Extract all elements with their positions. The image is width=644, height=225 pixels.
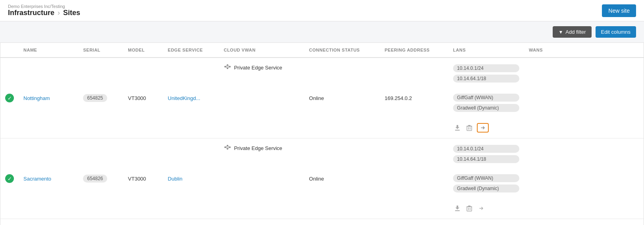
actions-cell: [448, 198, 524, 219]
lans-cell: 10.14.0.1/2410.14.64.1/18: [448, 139, 524, 169]
status-cell: ✓: [0, 58, 19, 138]
site-name-link[interactable]: Sacramento: [23, 176, 51, 182]
edit-columns-button[interactable]: Edit columns: [596, 26, 636, 38]
wan-badge: GiffGaff (WWAN): [453, 174, 519, 182]
lans-cell: 10.14.0.1/2410.14.64.1/18: [448, 59, 524, 88]
svg-rect-22: [455, 210, 460, 211]
lan-badge: 10.14.64.1/18: [453, 155, 519, 163]
table-row: ✓SanJose845691T900BUnitedStates Private …: [0, 219, 644, 225]
table-row: ✓Nottingham654825VT3000UnitedKingd... Pr…: [0, 58, 644, 138]
sites-table: NAME SERIAL MODEL EDGE SERVICE CLOUD VWA…: [0, 43, 644, 225]
svg-line-18: [228, 146, 230, 147]
cloud-vwan-cell: Private Edge Service: [219, 138, 304, 158]
svg-line-5: [228, 65, 230, 67]
model-cell: VT3000: [123, 58, 163, 138]
status-icon: ✓: [5, 174, 14, 183]
lan-badge: 10.14.0.1/24: [453, 64, 519, 72]
name-cell: Nottingham: [19, 58, 78, 138]
svg-line-7: [225, 67, 228, 68]
svg-rect-9: [455, 130, 460, 131]
peering-address-cell: [380, 138, 448, 219]
new-site-button[interactable]: New site: [602, 4, 636, 17]
edge-service-cell: UnitedStates: [163, 219, 219, 225]
edge-service-cell: Dublin: [163, 138, 219, 219]
wan-badge: Gradwell (Dynamic): [453, 185, 519, 192]
status-cell: ✓: [0, 138, 19, 219]
col-header-lans: LANS: [448, 43, 524, 58]
svg-line-19: [228, 147, 230, 149]
col-header-name: NAME: [19, 43, 78, 58]
breadcrumb-area: Demo Enterprises Inc/Testing Infrastruct…: [8, 4, 80, 17]
serial-badge: 654825: [83, 94, 107, 102]
filter-icon: ▼: [558, 29, 563, 35]
status-cell: ✓: [0, 219, 19, 225]
model-cell: T900B: [123, 219, 163, 225]
table-header-row: NAME SERIAL MODEL EDGE SERVICE CLOUD VWA…: [0, 43, 644, 58]
svg-line-6: [228, 67, 230, 68]
col-header-cloud-vwan: CLOUD VWAN: [219, 43, 304, 58]
col-header-serial: SERIAL: [78, 43, 123, 58]
edge-service-cell: UnitedKingd...: [163, 58, 219, 138]
wan-badge: Gradwell (Dynamic): [453, 104, 519, 112]
download-button[interactable]: [453, 204, 462, 213]
toolbar: ▼ Add filter Edit columns: [0, 21, 644, 42]
connection-status-cell: Online: [304, 58, 380, 138]
svg-line-4: [225, 65, 228, 67]
col-header-wans: WANS: [524, 43, 604, 58]
connection-status-cell: Online: [304, 138, 380, 219]
cloud-vwan-icon: [224, 144, 231, 152]
download-button[interactable]: [453, 123, 462, 133]
wans-cell: GiffGaff (WWAN)Gradwell (Dynamic): [448, 88, 524, 117]
serial-cell: 654826: [78, 138, 123, 219]
edge-service-link[interactable]: Dublin: [168, 176, 183, 182]
lans-cell: 10.14.0.1/2410.14.64.1/18: [448, 220, 524, 225]
top-bar: Demo Enterprises Inc/Testing Infrastruct…: [0, 0, 644, 21]
col-header-model: MODEL: [123, 43, 163, 58]
wans-cell: GiffGaff (WWAN)Gradwell (Dynamic): [448, 169, 524, 198]
lan-badge: 10.14.0.1/24: [453, 145, 519, 153]
serial-badge: 654826: [83, 175, 107, 183]
col-header-actions: [604, 43, 644, 58]
breadcrumb: Infrastructure › Sites: [8, 9, 80, 17]
connection-status-cell: Online: [304, 219, 380, 225]
cloud-vwan-text: Private Edge Service: [234, 65, 282, 71]
table-row: ✓Sacramento654826VT3000Dublin Private Ed…: [0, 138, 644, 219]
svg-rect-12: [467, 126, 472, 127]
name-cell: Sacramento: [19, 138, 78, 219]
cloud-vwan-cell: Private Edge Service: [219, 219, 304, 225]
cloud-vwan-cell: Private Edge Service: [219, 58, 304, 77]
col-header-connection-status: CONNECTION STATUS: [304, 43, 380, 58]
site-name-link[interactable]: Nottingham: [23, 95, 50, 101]
breadcrumb-current: Sites: [63, 9, 80, 17]
navigate-button[interactable]: [477, 123, 489, 133]
model-cell: VT3000: [123, 138, 163, 219]
serial-cell: 654825: [78, 58, 123, 138]
svg-rect-10: [467, 126, 472, 131]
peering-address-cell: 169.254.0.2: [380, 219, 448, 225]
serial-cell: 845691: [78, 219, 123, 225]
svg-rect-23: [467, 207, 472, 211]
delete-button[interactable]: [465, 204, 474, 213]
svg-line-17: [225, 146, 228, 147]
add-filter-label: Add filter: [565, 29, 586, 35]
actions-cell: [448, 117, 524, 138]
org-label: Demo Enterprises Inc/Testing: [8, 4, 80, 9]
col-header-status: [0, 43, 19, 58]
breadcrumb-parent: Infrastructure: [8, 9, 54, 17]
cloud-vwan-icon: [224, 63, 231, 71]
col-header-peering-address: PEERING ADDRESS: [380, 43, 448, 58]
svg-rect-25: [467, 206, 472, 207]
add-filter-button[interactable]: ▼ Add filter: [553, 26, 591, 38]
svg-line-20: [225, 147, 228, 149]
delete-button[interactable]: [465, 123, 474, 133]
navigate-button[interactable]: [477, 204, 486, 213]
wan-badge: GiffGaff (WWAN): [453, 94, 519, 102]
name-cell: SanJose: [19, 219, 78, 225]
lan-badge: 10.14.64.1/18: [453, 75, 519, 83]
cloud-vwan-text: Private Edge Service: [234, 145, 282, 151]
peering-address-cell: 169.254.0.2: [380, 58, 448, 138]
edge-service-link[interactable]: UnitedKingd...: [168, 95, 201, 101]
status-icon: ✓: [5, 94, 14, 102]
breadcrumb-separator: ›: [58, 9, 60, 17]
table-container: NAME SERIAL MODEL EDGE SERVICE CLOUD VWA…: [0, 42, 644, 225]
